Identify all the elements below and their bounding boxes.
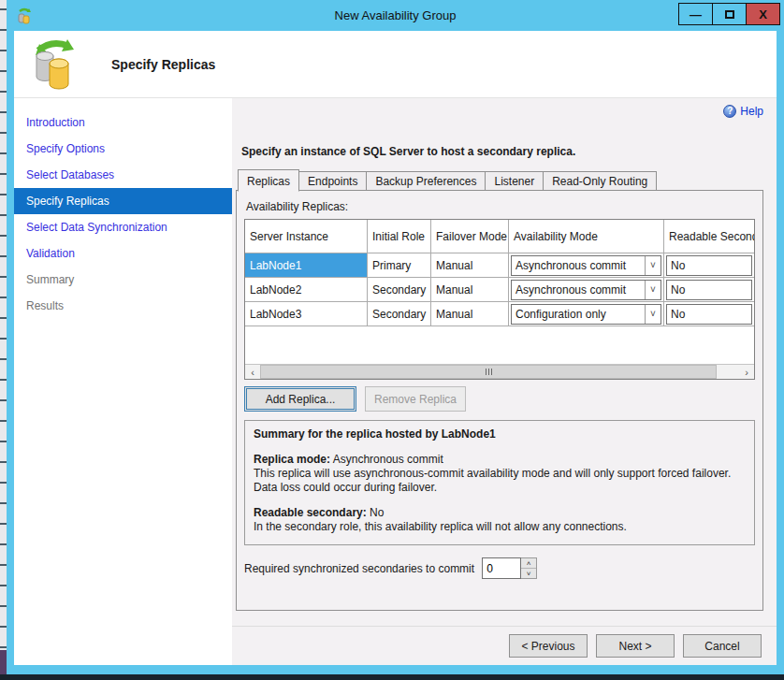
initial-role-cell: Secondary	[368, 278, 431, 302]
failover-mode-cell: Manual	[431, 278, 509, 302]
tab-listener[interactable]: Listener	[485, 171, 544, 191]
replica-mode-label: Replica mode:	[254, 453, 330, 466]
window-title: New Availability Group	[7, 8, 784, 22]
help-link[interactable]: ? Help	[723, 105, 763, 118]
minimize-button[interactable]: —	[678, 3, 713, 25]
background-window-sliver	[0, 0, 7, 674]
sidebar-item-introduction[interactable]: Introduction	[14, 109, 232, 136]
server-instance-cell[interactable]: LabNode3	[245, 302, 368, 326]
replica-row-labnode3[interactable]: LabNode3 Secondary Manual Configuration …	[245, 302, 754, 326]
required-secondaries-stepper[interactable]: ˄ ˅	[482, 557, 537, 579]
maximize-button[interactable]	[712, 3, 747, 25]
server-instance-cell[interactable]: LabNode1	[245, 253, 368, 278]
readable-secondary-select[interactable]: No	[666, 304, 752, 325]
instruction-text: Specify an instance of SQL Server to hos…	[241, 145, 763, 158]
new-availability-group-window: New Availability Group — X Specify Repli	[7, 0, 784, 674]
availability-replicas-label: Availability Replicas:	[246, 200, 755, 213]
replica-mode-description: This replica will use asynchronous-commi…	[254, 467, 746, 495]
chevron-down-icon[interactable]: ˅	[645, 305, 661, 324]
sidebar-item-validation[interactable]: Validation	[14, 240, 232, 267]
scroll-right-icon[interactable]: ›	[739, 365, 754, 379]
sidebar-item-select-data-synchronization[interactable]: Select Data Synchronization	[14, 214, 232, 240]
replicas-database-icon	[27, 37, 85, 92]
readable-secondary-select[interactable]: No	[666, 255, 752, 276]
required-secondaries-label: Required synchronized secondaries to com…	[244, 562, 474, 575]
wizard-header: Specify Replicas	[14, 31, 777, 98]
col-failover-mode: Failover Mode	[431, 220, 509, 253]
grid-header-row: Server Instance Initial Role Failover Mo…	[245, 220, 754, 253]
help-icon: ?	[723, 105, 736, 118]
summary-title: Summary for the replica hosted by LabNod…	[254, 427, 746, 441]
tab-read-only-routing[interactable]: Read-Only Routing	[543, 171, 657, 191]
initial-role-cell: Secondary	[368, 302, 431, 326]
previous-button[interactable]: < Previous	[509, 634, 588, 658]
tab-replicas[interactable]: Replicas	[238, 169, 299, 192]
tab-endpoints[interactable]: Endpoints	[298, 171, 367, 191]
titlebar[interactable]: New Availability Group — X	[7, 0, 784, 31]
col-availability-mode: Availability Mode	[509, 220, 664, 253]
availability-mode-select[interactable]: Configuration only ˅	[511, 304, 661, 325]
replica-mode-value: Asynchronous commit	[333, 453, 443, 466]
desktop: New Availability Group — X Specify Repli	[0, 0, 784, 680]
minimize-icon: —	[690, 7, 702, 22]
readable-secondary-label: Readable secondary:	[254, 506, 367, 519]
chevron-down-icon[interactable]: ˅	[645, 281, 661, 299]
grid-empty-area	[245, 326, 754, 364]
cancel-button[interactable]: Cancel	[683, 634, 762, 658]
failover-mode-cell: Manual	[431, 302, 509, 326]
remove-replica-button: Remove Replica	[365, 386, 466, 412]
wizard-steps-sidebar: Introduction Specify Options Select Data…	[14, 98, 232, 665]
add-replica-button[interactable]: Add Replica...	[244, 386, 356, 412]
replica-summary-panel: Summary for the replica hosted by LabNod…	[244, 420, 755, 545]
replica-row-labnode2[interactable]: LabNode2 Secondary Manual Asynchronous c…	[245, 278, 754, 302]
col-readable-secondary: Readable Secondary	[664, 220, 754, 253]
sidebar-item-results: Results	[14, 293, 232, 319]
col-server-instance: Server Instance	[245, 220, 368, 253]
availability-mode-select[interactable]: Asynchronous commit ˅	[511, 280, 661, 300]
failover-mode-cell: Manual	[431, 253, 509, 278]
scrollbar-thumb[interactable]	[260, 365, 717, 379]
readable-secondary-value: No	[370, 506, 384, 519]
help-label: Help	[740, 105, 763, 118]
close-button[interactable]: X	[746, 3, 780, 25]
initial-role-cell: Primary	[368, 253, 431, 278]
horizontal-scrollbar[interactable]: ‹ ›	[245, 364, 754, 379]
server-instance-cell[interactable]: LabNode2	[245, 278, 368, 302]
availability-replicas-grid: Server Instance Initial Role Failover Mo…	[244, 219, 755, 380]
maximize-icon	[725, 10, 734, 19]
tab-backup-preferences[interactable]: Backup Preferences	[366, 171, 486, 191]
readable-secondary-select[interactable]: No	[666, 280, 752, 300]
wizard-footer: < Previous Next > Cancel	[232, 626, 777, 665]
close-icon: X	[759, 7, 767, 22]
page-title: Specify Replicas	[111, 57, 215, 72]
replica-row-labnode1[interactable]: LabNode1 Primary Manual Asynchronous com…	[245, 253, 754, 278]
sidebar-item-specify-options[interactable]: Specify Options	[14, 136, 232, 162]
required-secondaries-input[interactable]	[482, 557, 521, 579]
sidebar-item-specify-replicas[interactable]: Specify Replicas	[14, 188, 232, 214]
replicas-tab-page: Availability Replicas: Server Instance I…	[236, 190, 763, 611]
col-initial-role: Initial Role	[368, 220, 431, 253]
tab-strip: Replicas Endpoints Backup Preferences Li…	[238, 169, 763, 191]
sidebar-item-summary: Summary	[14, 267, 232, 293]
scroll-left-icon[interactable]: ‹	[245, 365, 260, 379]
spin-up-icon[interactable]: ˄	[521, 558, 536, 569]
chevron-down-icon[interactable]: ˅	[645, 256, 661, 275]
readable-secondary-description: In the secondary role, this availability…	[254, 520, 746, 534]
sidebar-item-select-databases[interactable]: Select Databases	[14, 162, 232, 188]
availability-mode-select[interactable]: Asynchronous commit ˅	[511, 255, 661, 276]
next-button[interactable]: Next >	[596, 634, 675, 658]
spin-down-icon[interactable]: ˅	[521, 569, 536, 578]
